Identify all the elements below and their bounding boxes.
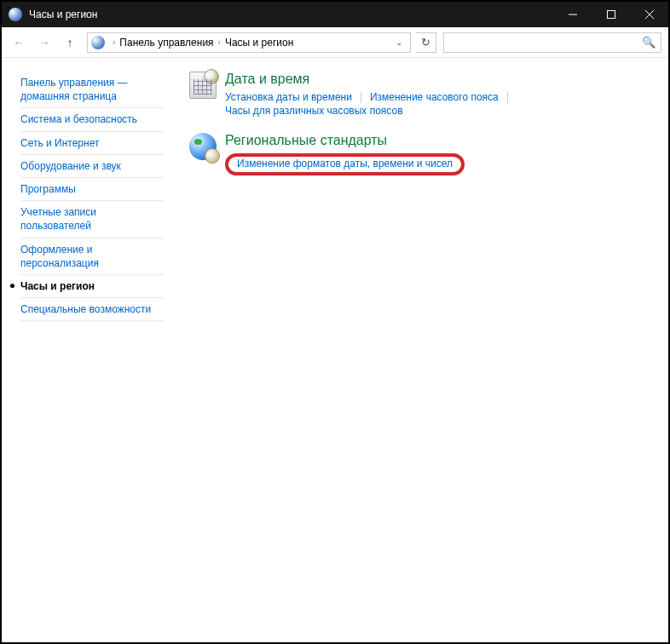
main-panel: Дата и время Установка даты и времени Из… [172,58,668,642]
titlebar: Часы и регион [2,2,668,27]
search-icon[interactable]: 🔍 [642,36,656,49]
sidebar-item-accessibility[interactable]: Специальные возможности [20,298,164,321]
svg-rect-1 [607,11,615,19]
maximize-button[interactable] [592,2,630,27]
sidebar-item-hardware[interactable]: Оборудование и звук [20,155,164,178]
breadcrumb-item[interactable]: Часы и регион [225,37,293,49]
back-button[interactable]: ← [7,31,31,55]
chevron-right-icon: › [108,37,119,47]
sidebar-item-network[interactable]: Сеть и Интернет [20,132,164,155]
sidebar-item-system[interactable]: Система и безопасность [20,108,164,131]
breadcrumb-icon [91,36,105,49]
minimize-button[interactable] [553,2,592,27]
chevron-right-icon: › [214,37,225,47]
divider [361,92,361,103]
sidebar-item-programs[interactable]: Программы [20,178,164,201]
breadcrumb-item[interactable]: Панель управления [119,37,213,49]
app-icon [9,8,22,21]
section-region: Региональные стандарты Изменение формато… [189,133,651,175]
breadcrumb[interactable]: › Панель управления › Часы и регион ⌄ [87,32,411,53]
section-title-region[interactable]: Региональные стандарты [225,133,651,148]
window-title: Часы и регион [29,9,97,20]
link-change-formats[interactable]: Изменение форматов даты, времени и чисел [237,157,453,170]
sidebar: Панель управления — домашняя страница Си… [2,58,172,642]
sidebar-item-accounts[interactable]: Учетные записи пользователей [20,201,164,238]
chevron-down-icon[interactable]: ⌄ [391,37,407,47]
section-title-datetime[interactable]: Дата и время [225,72,651,87]
content-area: Панель управления — домашняя страница Си… [2,58,668,642]
section-datetime: Дата и время Установка даты и времени Из… [189,72,651,118]
forward-button[interactable]: → [32,31,56,55]
sidebar-item-appearance[interactable]: Оформление и персонализация [20,239,164,275]
highlight-annotation: Изменение форматов даты, времени и чисел [225,153,465,175]
close-button[interactable] [630,2,668,27]
link-set-datetime[interactable]: Установка даты и времени [225,90,352,104]
globe-clock-icon [189,133,217,160]
up-button[interactable]: ↑ [58,31,82,55]
calendar-clock-icon [189,72,217,99]
link-additional-clocks[interactable]: Часы для различных часовых поясов [225,104,403,118]
link-change-timezone[interactable]: Изменение часового пояса [370,90,499,104]
search-input[interactable] [449,37,642,49]
navbar: ← → ↑ › Панель управления › Часы и регио… [2,27,668,58]
refresh-button[interactable]: ↻ [416,32,436,53]
sidebar-item-clock-region[interactable]: Часы и регион [20,275,164,298]
search-box[interactable]: 🔍 [443,32,661,53]
control-panel-window: Часы и регион ← → ↑ › Панель управления … [2,2,668,642]
divider [507,92,508,103]
sidebar-item-home[interactable]: Панель управления — домашняя страница [20,72,164,108]
